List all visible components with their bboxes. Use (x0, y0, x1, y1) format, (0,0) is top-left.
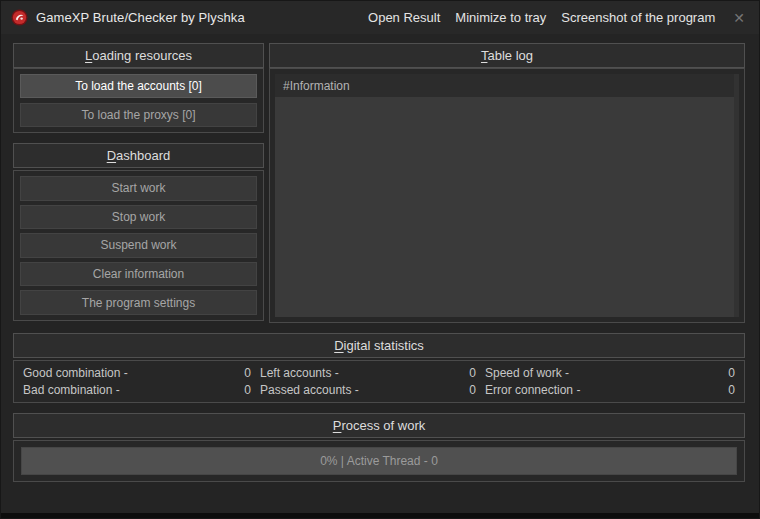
table-log-header: Table log (269, 43, 745, 68)
clear-information-button[interactable]: Clear information (20, 262, 257, 287)
loading-resources-body: To load the accounts [0] To load the pro… (13, 68, 264, 133)
stat-speed-of-work: Speed of work - 0 (485, 366, 735, 380)
stat-label: Left accounts - (260, 366, 339, 380)
table-log-scrollbar[interactable] (734, 74, 739, 317)
dashboard-hotkey: D (107, 148, 116, 163)
stat-value: 0 (728, 383, 735, 397)
table-log-label: able log (487, 48, 533, 63)
stat-left-accounts: Left accounts - 0 (260, 366, 476, 380)
load-proxys-button[interactable]: To load the proxys [0] (20, 103, 257, 127)
stat-label: Bad combination - (23, 383, 120, 397)
stat-value: 0 (728, 366, 735, 380)
digital-statistics-header: Digital statistics (13, 333, 745, 358)
digital-statistics-body: Good combination - 0 Left accounts - 0 S… (13, 360, 745, 403)
table-log-listview[interactable]: #Information (275, 74, 739, 317)
load-accounts-button[interactable]: To load the accounts [0] (20, 74, 257, 98)
digital-statistics-hotkey: D (334, 338, 343, 353)
program-settings-button[interactable]: The program settings (20, 290, 257, 315)
stat-value: 0 (244, 366, 251, 380)
titlebar-menu: Open Result Minimize to tray Screenshot … (368, 10, 715, 25)
stat-error-connection: Error connection - 0 (485, 383, 735, 397)
digital-statistics-label: igital statistics (344, 338, 424, 353)
dashboard-body: Start work Stop work Suspend work Clear … (13, 170, 264, 321)
dashboard-label: ashboard (116, 148, 170, 163)
stat-label: Passed accounts - (260, 383, 359, 397)
close-icon[interactable]: ✕ (731, 9, 747, 27)
start-work-button[interactable]: Start work (20, 176, 257, 201)
app-logo-icon[interactable] (11, 9, 28, 26)
stat-passed-accounts: Passed accounts - 0 (260, 383, 476, 397)
progressbar-text: 0% | Active Thread - 0 (320, 454, 438, 468)
dashboard-header: Dashboard (13, 143, 264, 168)
loading-resources-header: Loading resources (13, 43, 264, 68)
process-of-work-body: 0% | Active Thread - 0 (13, 440, 745, 482)
stat-bad-combination: Bad combination - 0 (23, 383, 251, 397)
suspend-work-button[interactable]: Suspend work (20, 233, 257, 258)
titlebar: GameXP Brute/Checker by Plyshka Open Res… (1, 1, 759, 34)
stat-label: Good combination - (23, 366, 128, 380)
information-column-header[interactable]: #Information (275, 74, 739, 97)
table-log-body: #Information (269, 68, 745, 323)
window-title: GameXP Brute/Checker by Plyshka (36, 10, 245, 25)
process-of-work-header: Process of work (13, 413, 745, 438)
stat-value: 0 (469, 366, 476, 380)
stat-label: Error connection - (485, 383, 580, 397)
stat-good-combination: Good combination - 0 (23, 366, 251, 380)
app-window: GameXP Brute/Checker by Plyshka Open Res… (0, 0, 760, 519)
process-of-work-label: rocess of work (341, 418, 425, 433)
stop-work-button[interactable]: Stop work (20, 205, 257, 230)
stat-value: 0 (469, 383, 476, 397)
stat-label: Speed of work - (485, 366, 569, 380)
work-progressbar: 0% | Active Thread - 0 (21, 447, 737, 475)
window-bottom-edge (1, 513, 759, 518)
menu-screenshot[interactable]: Screenshot of the program (561, 10, 715, 25)
menu-minimize-to-tray[interactable]: Minimize to tray (455, 10, 546, 25)
loading-resources-label: oading resources (92, 48, 192, 63)
menu-open-result[interactable]: Open Result (368, 10, 440, 25)
stat-value: 0 (244, 383, 251, 397)
